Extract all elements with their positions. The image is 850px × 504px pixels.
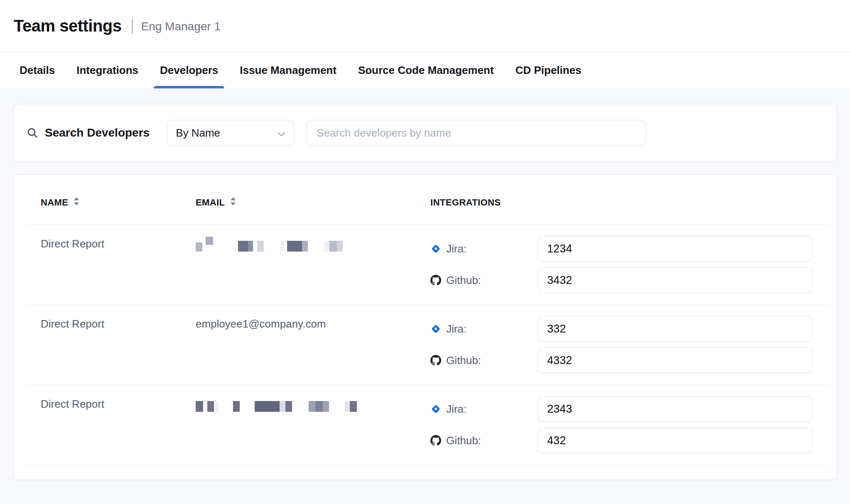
jira-row: Jira: <box>430 396 813 422</box>
jira-label: Jira: <box>446 242 467 255</box>
tab-cd-pipelines[interactable]: CD Pipelines <box>509 52 587 88</box>
jira-row: Jira: <box>430 316 813 342</box>
name-cell: Direct Report <box>41 396 196 453</box>
tab-source-code-management[interactable]: Source Code Management <box>352 52 500 88</box>
row-divider <box>27 465 828 465</box>
github-icon <box>430 275 441 286</box>
column-header-name[interactable]: NAME <box>41 196 196 209</box>
tab-details[interactable]: Details <box>13 52 61 88</box>
search-card: Search Developers By Name <box>13 104 837 162</box>
sort-icon <box>73 196 80 209</box>
integrations-cell: Jira: Github: <box>430 396 813 453</box>
table-row: Direct Report employee1@company.com <box>13 305 837 385</box>
email-cell <box>196 236 430 293</box>
jira-input[interactable] <box>538 236 813 262</box>
search-icon <box>27 127 38 139</box>
github-row: Github: <box>430 347 813 373</box>
sort-icon <box>230 196 236 209</box>
github-row: Github: <box>430 428 813 453</box>
github-input[interactable] <box>538 267 813 293</box>
table-row: Direct Report <box>13 225 837 305</box>
page-header: Team settings Eng Manager 1 <box>0 0 850 51</box>
title-separator <box>132 19 133 34</box>
github-input[interactable] <box>538 347 813 373</box>
redacted-email <box>196 398 430 412</box>
content: Search Developers By Name NAME <box>0 88 850 480</box>
table-header-row: NAME EMAIL INTEGRATIONS <box>13 175 837 225</box>
column-header-integrations: INTEGRATIONS <box>430 196 812 209</box>
column-header-email[interactable]: EMAIL <box>196 196 430 209</box>
developers-table-card: NAME EMAIL INTEGRATIONS <box>13 174 837 480</box>
search-filter-select[interactable]: By Name <box>167 120 294 146</box>
page-subtitle: Eng Manager 1 <box>141 20 221 33</box>
github-label: Github: <box>446 354 481 367</box>
github-row: Github: <box>430 267 813 293</box>
name-cell: Direct Report <box>41 236 196 293</box>
jira-input[interactable] <box>538 396 813 422</box>
jira-label: Jira: <box>446 403 467 416</box>
name-cell: Direct Report <box>41 316 196 373</box>
github-icon <box>430 355 441 366</box>
github-icon <box>430 435 441 446</box>
tab-issue-management[interactable]: Issue Management <box>233 52 343 88</box>
jira-icon <box>430 323 441 334</box>
tab-bar: Details Integrations Developers Issue Ma… <box>0 51 850 88</box>
table-body: Direct Report <box>13 225 837 465</box>
page-title: Team settings <box>14 17 122 35</box>
jira-icon <box>430 243 441 254</box>
redacted-email <box>196 237 430 252</box>
jira-row: Jira: <box>430 236 813 262</box>
tab-integrations[interactable]: Integrations <box>70 52 145 88</box>
github-label: Github: <box>446 274 481 287</box>
github-label: Github: <box>446 434 481 447</box>
search-filter-value: By Name <box>176 127 220 139</box>
search-input[interactable] <box>307 120 646 146</box>
table-row: Direct Report <box>13 385 837 465</box>
integrations-cell: Jira: Github: <box>430 236 813 293</box>
github-input[interactable] <box>538 428 813 453</box>
jira-icon <box>430 404 441 414</box>
tab-developers[interactable]: Developers <box>154 52 224 88</box>
search-label: Search Developers <box>45 126 150 139</box>
chevron-down-icon <box>278 127 285 139</box>
email-cell <box>196 396 430 453</box>
jira-label: Jira: <box>446 323 467 335</box>
email-cell: employee1@company.com <box>196 316 430 373</box>
jira-input[interactable] <box>538 316 813 342</box>
integrations-cell: Jira: Github: <box>430 316 813 373</box>
